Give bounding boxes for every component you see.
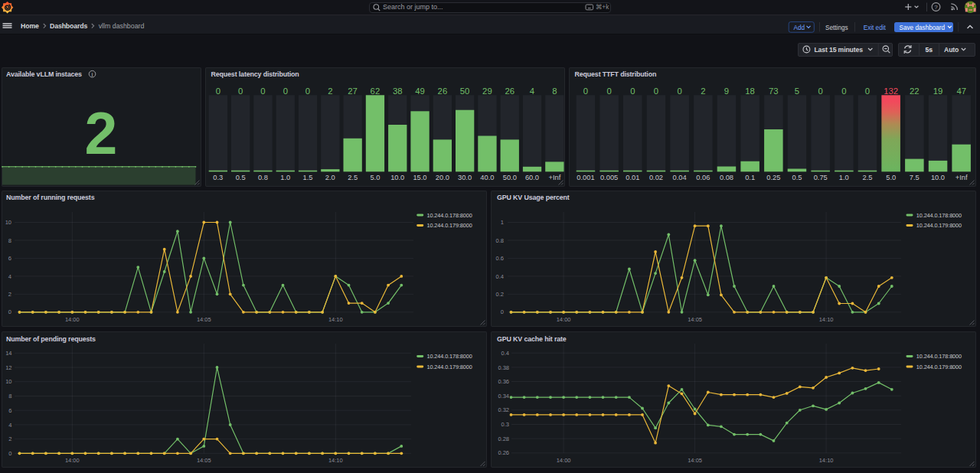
svg-text:0: 0: [654, 86, 658, 96]
svg-text:Available vLLM instaces: Available vLLM instaces: [6, 70, 82, 78]
svg-text:8: 8: [8, 237, 11, 244]
svg-text:0.04: 0.04: [673, 174, 687, 181]
svg-text:22: 22: [910, 86, 920, 96]
svg-text:14:10: 14:10: [328, 457, 343, 464]
svg-text:62: 62: [371, 86, 381, 96]
svg-text:50.0: 50.0: [503, 174, 517, 181]
svg-text:0: 0: [283, 86, 288, 96]
svg-text:1.0: 1.0: [280, 174, 290, 181]
svg-text:14:10: 14:10: [819, 316, 834, 323]
svg-text:4: 4: [8, 273, 11, 280]
svg-text:0: 0: [238, 86, 243, 96]
svg-text:0: 0: [865, 86, 870, 96]
svg-text:14:00: 14:00: [65, 457, 80, 464]
svg-text:0.36: 0.36: [498, 378, 509, 385]
svg-text:0: 0: [501, 308, 504, 315]
svg-text:10.244.0.179:8000: 10.244.0.179:8000: [916, 222, 962, 229]
svg-text:0: 0: [630, 86, 635, 96]
svg-text:12: 12: [5, 364, 11, 371]
svg-text:1.0: 1.0: [839, 174, 849, 181]
svg-text:10: 10: [5, 219, 11, 226]
svg-text:0.26: 0.26: [498, 449, 509, 456]
svg-text:0.001: 0.001: [577, 174, 594, 181]
svg-text:0.25: 0.25: [766, 174, 780, 181]
svg-text:2.5: 2.5: [863, 174, 873, 181]
svg-text:19: 19: [933, 86, 943, 96]
svg-text:14:05: 14:05: [197, 316, 211, 323]
svg-text:27: 27: [348, 86, 358, 96]
svg-text:0: 0: [818, 86, 823, 96]
svg-text:5: 5: [795, 86, 799, 96]
svg-text:0.4: 0.4: [496, 273, 504, 280]
svg-text:GPU KV Usage percent: GPU KV Usage percent: [497, 194, 570, 201]
svg-text:2.5: 2.5: [348, 174, 358, 181]
svg-text:0.4: 0.4: [501, 350, 509, 357]
svg-text:0: 0: [583, 86, 588, 96]
svg-text:30.0: 30.0: [458, 174, 472, 181]
svg-text:14:05: 14:05: [688, 316, 702, 323]
svg-text:Number of pending requests: Number of pending requests: [6, 335, 96, 343]
svg-text:?: ?: [934, 4, 938, 11]
svg-text:0.3: 0.3: [213, 174, 223, 181]
svg-text:10.244.0.179:8000: 10.244.0.179:8000: [916, 364, 962, 370]
svg-text:38: 38: [393, 86, 403, 96]
svg-text:10.244.0.179:8000: 10.244.0.179:8000: [427, 364, 472, 370]
svg-text:49: 49: [415, 86, 425, 96]
svg-text:132: 132: [884, 86, 898, 96]
svg-text:0.5: 0.5: [236, 174, 246, 181]
svg-text:Request latency distribution: Request latency distribution: [211, 70, 299, 78]
svg-text:10: 10: [5, 378, 11, 385]
svg-text:0.8: 0.8: [258, 174, 268, 181]
svg-text:Auto: Auto: [944, 46, 959, 54]
svg-text:10.244.0.178:8000: 10.244.0.178:8000: [916, 212, 962, 219]
svg-text:Last 15 minutes: Last 15 minutes: [814, 46, 863, 54]
svg-text:2: 2: [8, 435, 11, 442]
svg-text:vllm dashboard: vllm dashboard: [99, 22, 145, 30]
svg-text:0.005: 0.005: [600, 174, 618, 181]
svg-text:0.01: 0.01: [626, 174, 639, 181]
svg-text:0: 0: [606, 86, 611, 96]
svg-text:20.0: 20.0: [436, 174, 449, 181]
svg-text:26: 26: [505, 86, 515, 96]
svg-text:0.32: 0.32: [498, 406, 509, 413]
svg-text:14:00: 14:00: [557, 316, 571, 323]
svg-text:Dashboards: Dashboards: [50, 22, 87, 30]
svg-text:0: 0: [305, 86, 310, 96]
svg-text:0: 0: [260, 86, 265, 96]
svg-text:8: 8: [8, 393, 11, 400]
svg-text:4: 4: [530, 86, 534, 96]
svg-text:5s: 5s: [926, 46, 933, 54]
svg-text:0: 0: [216, 86, 220, 96]
svg-text:0: 0: [677, 86, 681, 96]
svg-text:0.08: 0.08: [720, 174, 733, 181]
svg-text:9: 9: [724, 86, 729, 96]
svg-text:4: 4: [8, 422, 11, 429]
svg-text:0.06: 0.06: [696, 174, 710, 181]
svg-text:26: 26: [438, 86, 448, 96]
svg-text:Number of running requests: Number of running requests: [6, 194, 95, 201]
svg-text:2: 2: [8, 291, 11, 298]
svg-text:47: 47: [956, 86, 966, 96]
svg-text:2.0: 2.0: [325, 174, 335, 181]
svg-text:Request TTFT distribution: Request TTFT distribution: [575, 70, 657, 78]
svg-text:⌘+k: ⌘+k: [596, 3, 609, 11]
svg-text:+Inf: +Inf: [549, 174, 561, 181]
svg-text:0.75: 0.75: [814, 174, 828, 181]
svg-text:5.0: 5.0: [886, 174, 896, 181]
svg-text:14:00: 14:00: [65, 316, 80, 323]
svg-text:0: 0: [8, 450, 11, 457]
svg-text:14: 14: [5, 350, 11, 357]
svg-text:10.244.0.179:8000: 10.244.0.179:8000: [427, 222, 472, 229]
svg-text:Exit edit: Exit edit: [864, 24, 887, 31]
svg-text:0.28: 0.28: [498, 435, 509, 442]
svg-text:10.244.0.178:8000: 10.244.0.178:8000: [916, 353, 962, 360]
svg-text:0.34: 0.34: [498, 393, 509, 400]
svg-text:Home: Home: [21, 22, 39, 30]
svg-text:29: 29: [482, 86, 492, 96]
svg-text:8: 8: [552, 86, 557, 96]
svg-text:5.0: 5.0: [370, 174, 380, 181]
svg-text:7.5: 7.5: [910, 174, 920, 181]
svg-text:i: i: [92, 72, 93, 77]
svg-text:60.0: 60.0: [525, 174, 539, 181]
svg-text:14:05: 14:05: [197, 457, 211, 464]
